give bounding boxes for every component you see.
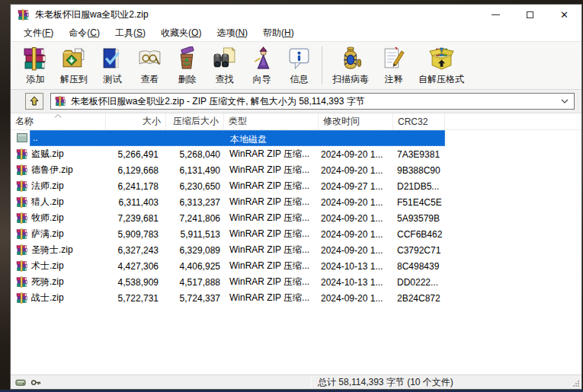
disk-icon[interactable] (15, 377, 27, 388)
column-header-modified[interactable]: 修改时间 (319, 113, 393, 129)
file-type: WinRAR ZIP 压缩... (224, 196, 319, 209)
column-header-name[interactable]: 名称 (11, 113, 106, 129)
archive-path-value: 朱老板怀旧服wa全职业2.zip - ZIP 压缩文件, 解包大小为 58,11… (71, 95, 365, 108)
table-row[interactable]: 盗贼.zip 5,266,491 5,268,040 WinRAR ZIP 压缩… (11, 146, 581, 162)
file-packed-size: 6,230,650 (166, 181, 224, 192)
file-crc32: 8C498439 (393, 261, 445, 272)
table-row[interactable]: 死骑.zip 4,538,909 4,517,888 WinRAR ZIP 压缩… (11, 274, 581, 290)
parent-directory-row[interactable]: .. 本地磁盘 (11, 130, 581, 146)
column-header-crc32[interactable]: CRC32 (393, 113, 445, 129)
key-icon[interactable] (30, 377, 42, 388)
file-packed-size: 5,268,040 (166, 149, 224, 160)
info-button[interactable]: 信息 (280, 44, 318, 88)
folder-up-icon (16, 132, 28, 144)
file-crc32: CCF6B462 (393, 229, 445, 240)
table-row[interactable]: 法师.zip 6,241,178 6,230,650 WinRAR ZIP 压缩… (11, 178, 581, 194)
column-header-packed[interactable]: 压缩后大小 (166, 113, 224, 129)
find-icon (212, 46, 237, 72)
file-packed-size: 4,406,925 (166, 261, 224, 272)
zip-archive-icon (16, 292, 28, 304)
file-packed-size: 7,241,806 (166, 213, 224, 224)
file-crc32: C3792C71 (393, 245, 445, 256)
file-type: WinRAR ZIP 压缩... (224, 164, 319, 177)
file-type: WinRAR ZIP 压缩... (224, 276, 319, 288)
file-type: WinRAR ZIP 压缩... (224, 148, 319, 161)
find-button[interactable]: 查找 (206, 44, 243, 88)
menu-help[interactable]: 帮助(H) (255, 25, 302, 41)
column-header-empty (445, 113, 581, 129)
winrar-window: 朱老板怀旧服wa全职业2.zip ✕ 文件(F) 命令(C) 工具(S) 收藏夹… (10, 4, 582, 390)
sfx-button[interactable]: 自解压格式 (412, 44, 470, 88)
column-header-size[interactable]: 大小 (106, 113, 166, 129)
window-title: 朱老板怀旧服wa全职业2.zip (35, 8, 149, 21)
comment-button[interactable]: 注释 (375, 44, 412, 88)
file-size: 5,909,783 (106, 229, 166, 240)
comment-icon (381, 46, 406, 72)
sfx-icon (429, 46, 454, 72)
file-name: 德鲁伊.zip (31, 164, 73, 177)
zip-archive-icon (16, 244, 28, 257)
file-type: WinRAR ZIP 压缩... (224, 180, 319, 193)
table-row[interactable]: 猎人.zip 6,311,403 6,313,237 WinRAR ZIP 压缩… (11, 194, 581, 210)
zip-archive-icon (16, 212, 28, 225)
test-button[interactable]: 测试 (94, 44, 131, 88)
archive-path-combobox[interactable]: 朱老板怀旧服wa全职业2.zip - ZIP 压缩文件, 解包大小为 58,11… (50, 93, 575, 110)
delete-button[interactable]: 删除 (168, 44, 206, 88)
file-size: 7,239,681 (106, 213, 166, 224)
up-directory-button[interactable] (25, 93, 43, 110)
file-name: 圣骑士.zip (31, 244, 73, 257)
menu-options[interactable]: 选项(N) (209, 25, 255, 41)
file-modified-time: 2024-09-27 1... (319, 181, 393, 192)
menu-tools[interactable]: 工具(S) (107, 25, 153, 41)
file-crc32: DD0222... (393, 277, 445, 288)
table-row[interactable]: 术士.zip 4,427,306 4,406,925 WinRAR ZIP 压缩… (11, 258, 581, 274)
table-row[interactable]: 牧师.zip 7,239,681 7,241,806 WinRAR ZIP 压缩… (11, 210, 581, 226)
file-size: 6,241,178 (106, 181, 166, 192)
add-button[interactable]: 添加 (17, 44, 54, 88)
parent-directory-type: 本地磁盘 (230, 133, 267, 146)
zip-archive-icon (16, 164, 28, 177)
file-type: WinRAR ZIP 压缩... (224, 212, 319, 225)
file-name: 死骑.zip (31, 276, 64, 288)
address-bar: 朱老板怀旧服wa全职业2.zip - ZIP 压缩文件, 解包大小为 58,11… (11, 90, 581, 113)
zip-archive-icon (16, 196, 28, 209)
table-row[interactable]: 德鲁伊.zip 6,129,668 6,131,490 WinRAR ZIP 压… (11, 162, 581, 178)
column-header-row: 名称 大小 压缩后大小 类型 修改时间 CRC32 (11, 113, 581, 130)
add-archive-icon (23, 46, 48, 72)
maximize-icon (527, 11, 533, 18)
view-button[interactable]: 查看 (131, 44, 168, 88)
file-crc32: 5A93579B (393, 213, 445, 224)
resize-grip[interactable] (572, 380, 580, 387)
wizard-button[interactable]: 向导 (243, 44, 280, 88)
up-directory-icon (28, 95, 40, 107)
info-icon (287, 46, 312, 72)
table-row[interactable]: 战士.zip 5,722,731 5,724,337 WinRAR ZIP 压缩… (11, 290, 581, 306)
scan-virus-button[interactable]: 扫描病毒 (326, 44, 375, 88)
file-type: WinRAR ZIP 压缩... (224, 244, 319, 257)
minimize-button[interactable] (479, 5, 513, 25)
table-row[interactable]: 圣骑士.zip 6,327,243 6,329,089 WinRAR ZIP 压… (11, 242, 581, 258)
column-header-type[interactable]: 类型 (224, 113, 319, 129)
menu-favorites[interactable]: 收藏夹(O) (153, 25, 209, 41)
chevron-down-icon[interactable] (561, 99, 569, 104)
file-modified-time: 2024-09-20 1... (319, 149, 393, 160)
file-packed-size: 4,517,888 (166, 277, 224, 288)
file-name: 盗贼.zip (31, 148, 64, 161)
file-modified-time: 2024-09-20 1... (319, 165, 393, 176)
toolbar-separator (322, 46, 322, 84)
table-row[interactable]: 萨满.zip 5,909,783 5,911,513 WinRAR ZIP 压缩… (11, 226, 581, 242)
file-name: 萨满.zip (31, 228, 64, 241)
maximize-button[interactable] (513, 5, 547, 25)
file-list-body: .. 本地磁盘 盗贼.zip 5,266,491 (11, 130, 581, 374)
file-packed-size: 6,131,490 (166, 165, 224, 176)
statusbar-separator (311, 377, 312, 387)
file-crc32: 9B388C90 (393, 165, 445, 176)
close-button[interactable]: ✕ (547, 5, 581, 25)
file-size: 6,311,403 (106, 197, 166, 208)
zip-archive-icon (16, 180, 28, 193)
file-modified-time: 2024-09-20 1... (319, 213, 393, 224)
file-size: 6,129,668 (106, 165, 166, 176)
menu-commands[interactable]: 命令(C) (61, 25, 107, 41)
extract-to-button[interactable]: 解压到 (54, 44, 94, 88)
menu-file[interactable]: 文件(F) (16, 25, 61, 41)
